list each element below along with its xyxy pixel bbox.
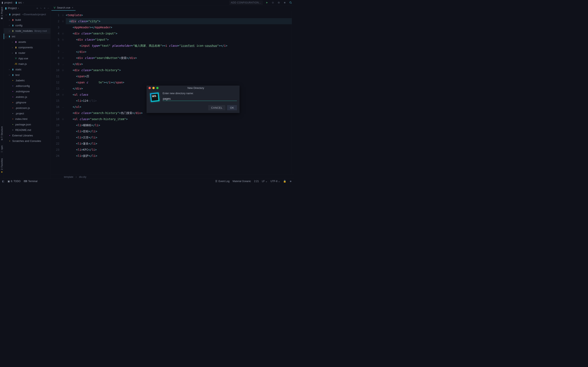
- tree-item-node_modules[interactable]: ›▮node_moduleslibrary root: [4, 28, 51, 34]
- cursor-position[interactable]: 2:21: [254, 180, 259, 183]
- tree-item-test[interactable]: ›▮test: [4, 72, 51, 78]
- run-icon[interactable]: [265, 1, 269, 4]
- tree-item-build[interactable]: ›▮build: [4, 17, 51, 23]
- search-icon[interactable]: [289, 1, 292, 4]
- stop-icon[interactable]: [283, 1, 286, 4]
- directory-name-input[interactable]: [163, 97, 237, 101]
- minimize-window-icon[interactable]: [153, 87, 155, 89]
- chevron-icon[interactable]: ›: [11, 51, 13, 55]
- breadcrumb[interactable]: ▮ project › ▮ src ›: [2, 1, 24, 4]
- tree-label: .babelrc: [15, 79, 25, 82]
- chevron-icon[interactable]: ›: [8, 29, 10, 33]
- tree-item-App-vue[interactable]: VApp.vue: [4, 56, 51, 61]
- tree-item-Scratches-and-Consoles[interactable]: ▪Scratches and Consoles: [4, 138, 51, 144]
- zoom-window-icon[interactable]: [156, 87, 159, 89]
- chevron-icon[interactable]: ›: [11, 46, 13, 49]
- chevron-icon[interactable]: ›: [8, 68, 10, 71]
- close-icon[interactable]: ×: [72, 6, 73, 9]
- rail-npm[interactable]: □npm: [0, 144, 3, 154]
- tree-item-assets[interactable]: ›▮assets: [4, 39, 51, 45]
- svg-point-3: [290, 2, 291, 3]
- chevron-icon[interactable]: ›: [8, 18, 10, 22]
- tree-item-config[interactable]: ›▮config: [4, 23, 51, 28]
- tree-label: App.vue: [18, 57, 28, 60]
- project-view-title[interactable]: Project: [8, 7, 17, 10]
- fold-column[interactable]: ⊟⊟⊟⊟⌟⊟⌟⊟⌟⊟⌟⊟: [61, 11, 65, 175]
- tree-label: .eslintrc.js: [15, 95, 27, 99]
- babel-icon: ▪: [11, 79, 14, 82]
- tree-label: node_modules: [15, 29, 33, 33]
- collapse-icon[interactable]: ⤡: [40, 7, 42, 9]
- debug-icon[interactable]: [271, 1, 275, 4]
- terminal-tool-button[interactable]: ⌨Terminal: [24, 180, 38, 183]
- tree-item--eslintrc-js[interactable]: ▪.eslintrc.js: [4, 94, 51, 100]
- tree-item-README-md[interactable]: ▪README.md: [4, 127, 51, 133]
- project-tree[interactable]: ⌄▮project~/Downloads/project›▮build›▮con…: [4, 11, 51, 179]
- chevron-icon[interactable]: ›: [8, 73, 10, 77]
- tree-item--project[interactable]: ▪.project: [4, 111, 51, 116]
- todo-tool-button[interactable]: ▣6: TODO: [8, 180, 21, 183]
- scratch-icon: ▪: [8, 140, 11, 142]
- chevron-icon[interactable]: ›: [11, 40, 13, 44]
- close-window-icon[interactable]: [149, 87, 151, 89]
- ok-button[interactable]: OK: [227, 105, 237, 110]
- file-encoding[interactable]: UTF-8 ⌄: [270, 180, 280, 183]
- tree-item-project[interactable]: ⌄▮project~/Downloads/project: [4, 12, 51, 17]
- editor-breadcrumbs[interactable]: template › div.city: [51, 175, 294, 179]
- editor[interactable]: 123456789101112131415161718192021222324 …: [51, 11, 294, 175]
- npm-icon: ▪: [11, 123, 14, 126]
- rail-favorites[interactable]: ★2: Favorites: [0, 157, 3, 174]
- rail-project[interactable]: ▣1: Project: [0, 6, 3, 21]
- tree-item--babelrc[interactable]: ▪.babelrc: [4, 78, 51, 83]
- chevron-icon[interactable]: ⌄: [5, 13, 7, 16]
- tree-label: main.js: [18, 62, 27, 66]
- tree-item-router[interactable]: ›▮router: [4, 50, 51, 56]
- tree-item-src[interactable]: ⌄▮src: [4, 34, 51, 39]
- tool-window-toggle-icon[interactable]: ◧: [2, 180, 4, 183]
- tree-item--eslintignore[interactable]: ▪.eslintignore: [4, 89, 51, 94]
- vue-icon: V: [15, 57, 17, 60]
- chevron-down-icon[interactable]: ▾: [18, 7, 19, 9]
- add-configuration-button[interactable]: ADD CONFIGURATION...: [229, 0, 263, 5]
- cancel-button[interactable]: CANCEL: [208, 105, 225, 110]
- target-icon[interactable]: ◎: [36, 7, 38, 9]
- scrollbar[interactable]: [292, 11, 294, 175]
- tree-item--postcssrc-js[interactable]: ▪.postcssrc.js: [4, 105, 51, 111]
- breadcrumb-child[interactable]: src: [18, 1, 22, 4]
- theme-indicator[interactable]: Material Oceanic: [233, 180, 251, 183]
- svg-point-0: [272, 2, 273, 3]
- folder-icon: ▮: [8, 13, 11, 16]
- tree-label: build: [15, 18, 21, 22]
- gear-icon[interactable]: ⚙: [44, 7, 45, 9]
- line-separator[interactable]: LF ⌄: [262, 180, 268, 183]
- tree-label: router: [18, 51, 25, 55]
- tab-search-vue[interactable]: V Search.vue ×: [52, 5, 76, 11]
- tree-item--gitignore[interactable]: ▪.gitignore: [4, 100, 51, 105]
- lock-icon[interactable]: 🔒: [283, 180, 286, 183]
- run-with-coverage-icon[interactable]: [277, 1, 281, 4]
- git-icon: ▪: [11, 101, 14, 104]
- gear-icon: ▪: [11, 85, 14, 87]
- minimize-icon[interactable]: —: [48, 7, 49, 9]
- window-controls[interactable]: [147, 87, 160, 89]
- tree-item-External-Libraries[interactable]: ▪External Libraries: [4, 133, 51, 138]
- chevron-right-icon: ›: [13, 1, 14, 4]
- folder-icon: ▮: [15, 41, 17, 43]
- event-log-button[interactable]: ☰Event Log: [215, 180, 229, 183]
- inspection-icon[interactable]: ☻: [289, 180, 292, 183]
- project-view-icon: ▮: [5, 7, 7, 10]
- tree-label: .gitignore: [15, 101, 26, 104]
- folder-icon: ▮: [11, 24, 14, 27]
- tree-item-package-json[interactable]: ▪package.json: [4, 122, 51, 127]
- tree-label: .project: [15, 112, 24, 115]
- rail-structure[interactable]: ⧉7: Structure: [0, 125, 3, 141]
- tree-item-index-html[interactable]: ▪index.html: [4, 116, 51, 122]
- tree-item--editorconfig[interactable]: ▪.editorconfig: [4, 83, 51, 89]
- chevron-icon[interactable]: ›: [8, 24, 10, 27]
- tree-label: Scratches and Consoles: [12, 140, 41, 143]
- breadcrumb-root[interactable]: project: [4, 1, 12, 4]
- tree-item-components[interactable]: ›▮components: [4, 45, 51, 50]
- chevron-icon[interactable]: ⌄: [5, 35, 7, 38]
- tree-item-main-js[interactable]: JSmain.js: [4, 61, 51, 67]
- tree-item-static[interactable]: ›▮static: [4, 67, 51, 72]
